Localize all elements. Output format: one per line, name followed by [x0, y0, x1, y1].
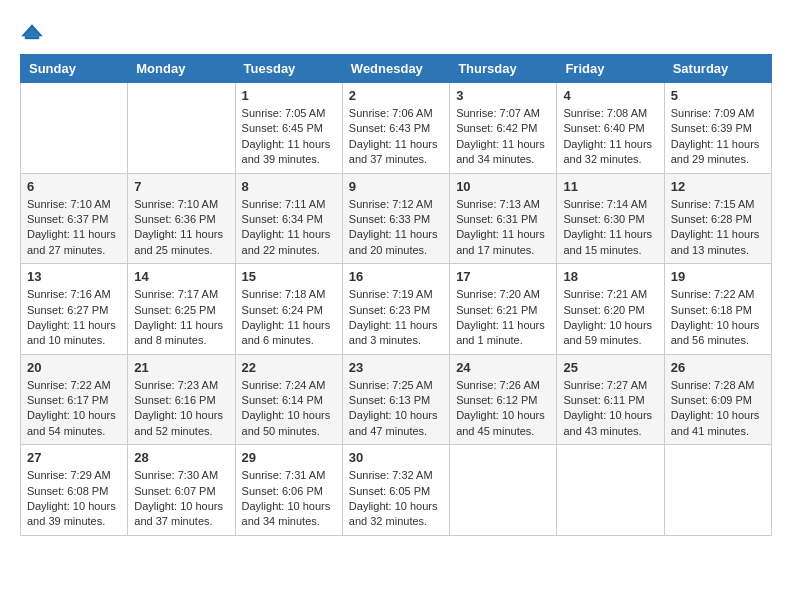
day-number: 30: [349, 450, 443, 465]
day-number: 23: [349, 360, 443, 375]
day-info: Sunrise: 7:17 AMSunset: 6:25 PMDaylight:…: [134, 287, 228, 349]
day-info: Sunrise: 7:15 AMSunset: 6:28 PMDaylight:…: [671, 197, 765, 259]
calendar-week-row: 27 Sunrise: 7:29 AMSunset: 6:08 PMDaylig…: [21, 445, 772, 536]
day-number: 4: [563, 88, 657, 103]
calendar-body: 1 Sunrise: 7:05 AMSunset: 6:45 PMDayligh…: [21, 83, 772, 536]
day-number: 21: [134, 360, 228, 375]
day-info: Sunrise: 7:27 AMSunset: 6:11 PMDaylight:…: [563, 378, 657, 440]
calendar-cell: [450, 445, 557, 536]
day-number: 8: [242, 179, 336, 194]
calendar-cell: 23 Sunrise: 7:25 AMSunset: 6:13 PMDaylig…: [342, 354, 449, 445]
day-info: Sunrise: 7:10 AMSunset: 6:36 PMDaylight:…: [134, 197, 228, 259]
logo-icon: [20, 20, 44, 44]
calendar-cell: 30 Sunrise: 7:32 AMSunset: 6:05 PMDaylig…: [342, 445, 449, 536]
calendar-cell: 14 Sunrise: 7:17 AMSunset: 6:25 PMDaylig…: [128, 264, 235, 355]
calendar-cell: 22 Sunrise: 7:24 AMSunset: 6:14 PMDaylig…: [235, 354, 342, 445]
svg-rect-2: [25, 36, 39, 39]
weekday-header: Tuesday: [235, 55, 342, 83]
day-number: 11: [563, 179, 657, 194]
day-info: Sunrise: 7:05 AMSunset: 6:45 PMDaylight:…: [242, 106, 336, 168]
weekday-header: Wednesday: [342, 55, 449, 83]
day-number: 13: [27, 269, 121, 284]
weekday-row: SundayMondayTuesdayWednesdayThursdayFrid…: [21, 55, 772, 83]
calendar-cell: 21 Sunrise: 7:23 AMSunset: 6:16 PMDaylig…: [128, 354, 235, 445]
calendar-week-row: 6 Sunrise: 7:10 AMSunset: 6:37 PMDayligh…: [21, 173, 772, 264]
day-number: 27: [27, 450, 121, 465]
day-number: 16: [349, 269, 443, 284]
day-number: 14: [134, 269, 228, 284]
day-info: Sunrise: 7:19 AMSunset: 6:23 PMDaylight:…: [349, 287, 443, 349]
day-info: Sunrise: 7:13 AMSunset: 6:31 PMDaylight:…: [456, 197, 550, 259]
day-number: 15: [242, 269, 336, 284]
calendar-cell: 3 Sunrise: 7:07 AMSunset: 6:42 PMDayligh…: [450, 83, 557, 174]
calendar-cell: 15 Sunrise: 7:18 AMSunset: 6:24 PMDaylig…: [235, 264, 342, 355]
calendar-cell: 29 Sunrise: 7:31 AMSunset: 6:06 PMDaylig…: [235, 445, 342, 536]
day-info: Sunrise: 7:23 AMSunset: 6:16 PMDaylight:…: [134, 378, 228, 440]
calendar-cell: 10 Sunrise: 7:13 AMSunset: 6:31 PMDaylig…: [450, 173, 557, 264]
day-info: Sunrise: 7:25 AMSunset: 6:13 PMDaylight:…: [349, 378, 443, 440]
calendar-cell: [664, 445, 771, 536]
day-info: Sunrise: 7:07 AMSunset: 6:42 PMDaylight:…: [456, 106, 550, 168]
day-number: 26: [671, 360, 765, 375]
day-info: Sunrise: 7:12 AMSunset: 6:33 PMDaylight:…: [349, 197, 443, 259]
calendar-header: SundayMondayTuesdayWednesdayThursdayFrid…: [21, 55, 772, 83]
day-number: 3: [456, 88, 550, 103]
calendar-week-row: 1 Sunrise: 7:05 AMSunset: 6:45 PMDayligh…: [21, 83, 772, 174]
calendar-cell: 27 Sunrise: 7:29 AMSunset: 6:08 PMDaylig…: [21, 445, 128, 536]
day-info: Sunrise: 7:22 AMSunset: 6:18 PMDaylight:…: [671, 287, 765, 349]
day-number: 5: [671, 88, 765, 103]
day-info: Sunrise: 7:08 AMSunset: 6:40 PMDaylight:…: [563, 106, 657, 168]
day-number: 24: [456, 360, 550, 375]
logo: [20, 20, 48, 44]
calendar-cell: 24 Sunrise: 7:26 AMSunset: 6:12 PMDaylig…: [450, 354, 557, 445]
day-info: Sunrise: 7:11 AMSunset: 6:34 PMDaylight:…: [242, 197, 336, 259]
calendar-cell: 5 Sunrise: 7:09 AMSunset: 6:39 PMDayligh…: [664, 83, 771, 174]
calendar-cell: 25 Sunrise: 7:27 AMSunset: 6:11 PMDaylig…: [557, 354, 664, 445]
day-number: 2: [349, 88, 443, 103]
weekday-header: Monday: [128, 55, 235, 83]
day-number: 29: [242, 450, 336, 465]
calendar-cell: 11 Sunrise: 7:14 AMSunset: 6:30 PMDaylig…: [557, 173, 664, 264]
day-info: Sunrise: 7:29 AMSunset: 6:08 PMDaylight:…: [27, 468, 121, 530]
header: [20, 20, 772, 44]
calendar-cell: 9 Sunrise: 7:12 AMSunset: 6:33 PMDayligh…: [342, 173, 449, 264]
day-info: Sunrise: 7:21 AMSunset: 6:20 PMDaylight:…: [563, 287, 657, 349]
calendar-cell: [21, 83, 128, 174]
calendar-cell: 1 Sunrise: 7:05 AMSunset: 6:45 PMDayligh…: [235, 83, 342, 174]
calendar-table: SundayMondayTuesdayWednesdayThursdayFrid…: [20, 54, 772, 536]
day-info: Sunrise: 7:16 AMSunset: 6:27 PMDaylight:…: [27, 287, 121, 349]
day-info: Sunrise: 7:14 AMSunset: 6:30 PMDaylight:…: [563, 197, 657, 259]
day-number: 20: [27, 360, 121, 375]
calendar-cell: 20 Sunrise: 7:22 AMSunset: 6:17 PMDaylig…: [21, 354, 128, 445]
calendar-cell: 7 Sunrise: 7:10 AMSunset: 6:36 PMDayligh…: [128, 173, 235, 264]
calendar-cell: [557, 445, 664, 536]
calendar-cell: 18 Sunrise: 7:21 AMSunset: 6:20 PMDaylig…: [557, 264, 664, 355]
day-info: Sunrise: 7:26 AMSunset: 6:12 PMDaylight:…: [456, 378, 550, 440]
day-info: Sunrise: 7:09 AMSunset: 6:39 PMDaylight:…: [671, 106, 765, 168]
calendar-cell: 17 Sunrise: 7:20 AMSunset: 6:21 PMDaylig…: [450, 264, 557, 355]
day-number: 18: [563, 269, 657, 284]
day-info: Sunrise: 7:18 AMSunset: 6:24 PMDaylight:…: [242, 287, 336, 349]
day-info: Sunrise: 7:28 AMSunset: 6:09 PMDaylight:…: [671, 378, 765, 440]
day-info: Sunrise: 7:32 AMSunset: 6:05 PMDaylight:…: [349, 468, 443, 530]
day-number: 22: [242, 360, 336, 375]
day-number: 25: [563, 360, 657, 375]
weekday-header: Saturday: [664, 55, 771, 83]
day-info: Sunrise: 7:06 AMSunset: 6:43 PMDaylight:…: [349, 106, 443, 168]
calendar-week-row: 20 Sunrise: 7:22 AMSunset: 6:17 PMDaylig…: [21, 354, 772, 445]
day-info: Sunrise: 7:10 AMSunset: 6:37 PMDaylight:…: [27, 197, 121, 259]
day-number: 7: [134, 179, 228, 194]
calendar-cell: 19 Sunrise: 7:22 AMSunset: 6:18 PMDaylig…: [664, 264, 771, 355]
calendar-cell: 4 Sunrise: 7:08 AMSunset: 6:40 PMDayligh…: [557, 83, 664, 174]
weekday-header: Sunday: [21, 55, 128, 83]
day-info: Sunrise: 7:22 AMSunset: 6:17 PMDaylight:…: [27, 378, 121, 440]
calendar-cell: 26 Sunrise: 7:28 AMSunset: 6:09 PMDaylig…: [664, 354, 771, 445]
day-number: 9: [349, 179, 443, 194]
day-number: 17: [456, 269, 550, 284]
calendar-cell: 16 Sunrise: 7:19 AMSunset: 6:23 PMDaylig…: [342, 264, 449, 355]
calendar-cell: 12 Sunrise: 7:15 AMSunset: 6:28 PMDaylig…: [664, 173, 771, 264]
calendar-cell: 28 Sunrise: 7:30 AMSunset: 6:07 PMDaylig…: [128, 445, 235, 536]
day-info: Sunrise: 7:24 AMSunset: 6:14 PMDaylight:…: [242, 378, 336, 440]
weekday-header: Friday: [557, 55, 664, 83]
day-number: 10: [456, 179, 550, 194]
